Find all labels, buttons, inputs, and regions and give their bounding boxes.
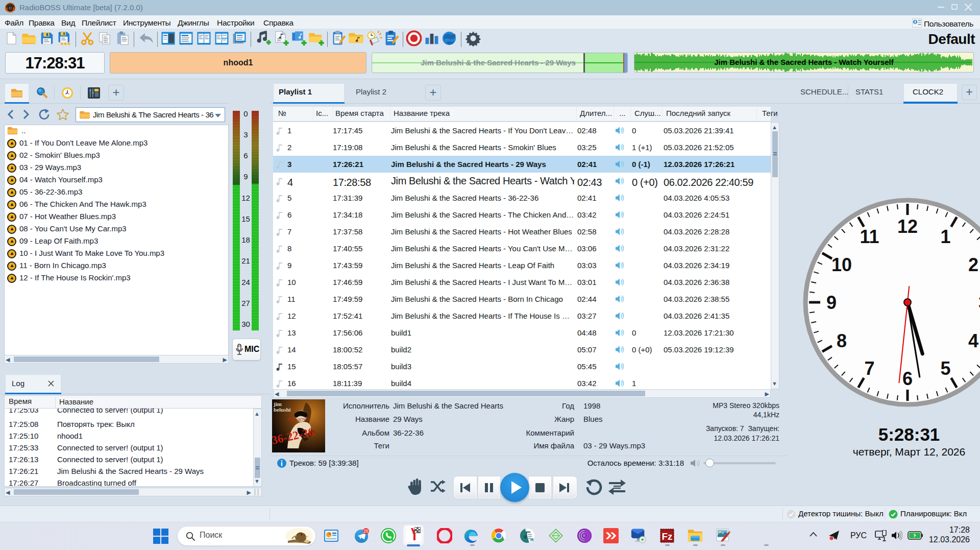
svg-text:12: 12 (897, 216, 918, 237)
svg-text:the Sacred: the Sacred (287, 416, 309, 422)
svg-text:25: 25 (363, 529, 369, 534)
svg-text:Fz: Fz (662, 531, 673, 542)
svg-text:9: 9 (826, 292, 837, 313)
svg-text:4: 4 (968, 330, 978, 351)
svg-text:11: 11 (860, 226, 879, 247)
svg-text:belushi: belushi (274, 406, 291, 413)
svg-text:5: 5 (940, 358, 950, 379)
svg-text:6: 6 (902, 368, 913, 389)
svg-text:8: 8 (837, 330, 847, 351)
svg-text:10: 10 (831, 254, 852, 275)
svg-text:1: 1 (940, 226, 950, 247)
svg-text:2: 2 (968, 254, 978, 275)
svg-text:7: 7 (864, 358, 874, 379)
